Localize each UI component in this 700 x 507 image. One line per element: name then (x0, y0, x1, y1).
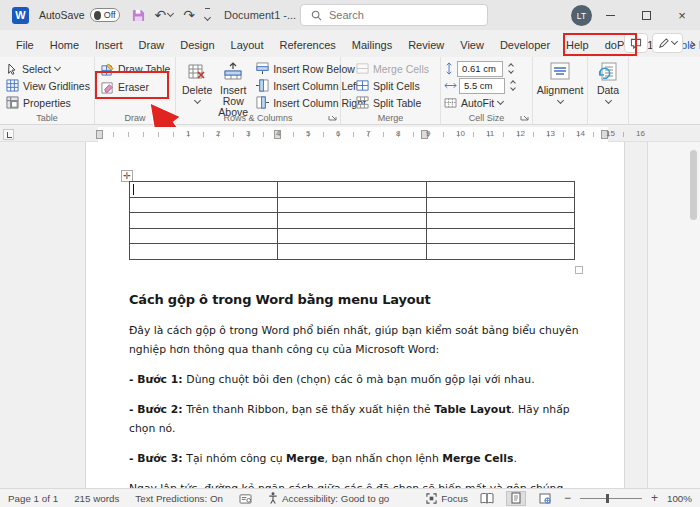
table-cell[interactable] (278, 213, 426, 229)
save-icon[interactable] (132, 9, 145, 22)
ruler-indent-marker[interactable] (96, 130, 103, 139)
ruler-number: 9 (426, 129, 430, 138)
table-cell[interactable] (426, 197, 574, 213)
editing-mode-button[interactable] (652, 33, 683, 53)
document-page[interactable]: ✛ Cách gộp ô trong Word bằng menu Layout… (85, 142, 625, 488)
print-layout-button[interactable] (506, 491, 526, 506)
share-chevron-button[interactable] (687, 37, 696, 49)
zoom-level[interactable]: 100% (667, 493, 692, 504)
doc-table[interactable] (129, 181, 575, 260)
row-height-input[interactable]: 0.61 cm (457, 61, 503, 77)
properties-button[interactable]: Properties (3, 94, 93, 111)
row-height-spinner[interactable] (505, 61, 516, 77)
tab-selector-icon[interactable] (3, 129, 14, 140)
merge-cells-button[interactable]: Merge Cells (353, 60, 432, 77)
autofit-icon (444, 97, 457, 108)
select-cursor-icon (6, 63, 18, 75)
word-app-icon: W (12, 7, 29, 24)
page-indicator[interactable]: Page 1 of 1 (8, 493, 58, 504)
search-input[interactable]: Search (300, 4, 488, 26)
tab-insert[interactable]: Insert (87, 34, 131, 57)
focus-button[interactable]: Focus (426, 493, 468, 504)
autosave-label: AutoSave (39, 9, 85, 21)
undo-button[interactable]: ↶ (155, 7, 174, 23)
zoom-in-button[interactable]: + (651, 491, 658, 505)
doc-paragraph: - Bước 2: Trên thanh Ribbon, bạn sẽ thấy… (129, 400, 585, 438)
column-width-input[interactable]: 5.5 cm (459, 78, 505, 94)
undo-dropdown-icon[interactable] (167, 10, 174, 17)
tab-references[interactable]: References (272, 34, 344, 57)
data-icon (598, 62, 618, 82)
web-layout-button[interactable] (535, 491, 555, 506)
table-cell[interactable] (130, 228, 278, 244)
cell-size-dialog-launcher[interactable] (520, 112, 530, 122)
table-cell[interactable] (426, 244, 574, 260)
insert-column-left-icon (256, 79, 269, 92)
table-cell[interactable] (426, 182, 574, 198)
insert-row-above-button[interactable]: Insert Row Above (215, 60, 251, 111)
table-cell[interactable] (278, 182, 426, 198)
word-count[interactable]: 215 words (74, 493, 119, 504)
table-cell[interactable] (130, 213, 278, 229)
autofit-button[interactable]: AutoFit (444, 94, 529, 111)
table-cell[interactable] (130, 244, 278, 260)
doc-content[interactable]: Cách gộp ô trong Word bằng menu LayoutĐâ… (129, 292, 585, 507)
zoom-slider-thumb[interactable] (606, 494, 609, 503)
alignment-button[interactable]: Alignment (534, 60, 587, 111)
tab-layout[interactable]: Layout (223, 34, 272, 57)
read-mode-button[interactable] (477, 491, 497, 506)
vertical-scrollbar[interactable] (690, 150, 697, 220)
zoom-out-button[interactable]: − (564, 491, 571, 505)
column-width-spinner[interactable] (507, 78, 518, 94)
ruler-number: 7 (366, 129, 370, 138)
title-bar: W AutoSave Off ↶ ↷ Document1 -... Search… (0, 0, 700, 30)
minimize-button[interactable] (592, 0, 628, 30)
table-cell[interactable] (278, 228, 426, 244)
comments-button[interactable] (624, 33, 648, 53)
delete-button[interactable]: Delete (179, 60, 215, 111)
tab-file[interactable]: File (8, 34, 42, 57)
tab-help[interactable]: Help (558, 34, 597, 57)
table-resize-handle[interactable] (575, 266, 583, 274)
table-cell[interactable] (130, 182, 278, 198)
maximize-icon (642, 11, 651, 20)
avatar[interactable]: LT (571, 5, 592, 26)
tab-view[interactable]: View (452, 34, 492, 57)
ruler-number: 8 (396, 129, 400, 138)
table-cell[interactable] (278, 197, 426, 213)
draw-table-button[interactable]: Draw Table (98, 60, 173, 78)
maximize-button[interactable] (628, 0, 664, 30)
view-gridlines-button[interactable]: View Gridlines (3, 77, 93, 94)
tab-home[interactable]: Home (42, 34, 87, 57)
delete-dropdown-icon (194, 97, 201, 104)
table-cell[interactable] (130, 197, 278, 213)
table-cell[interactable] (426, 213, 574, 229)
autosave-control[interactable]: AutoSave Off (39, 8, 120, 22)
split-cells-icon (356, 79, 369, 92)
ribbon-filler (629, 57, 700, 124)
horizontal-ruler[interactable]: 12345678910111213141516 (0, 127, 700, 142)
document-title: Document1 -... (224, 9, 296, 21)
table-cell[interactable] (426, 228, 574, 244)
tab-developer[interactable]: Developer (492, 34, 558, 57)
select-button[interactable]: Select (3, 60, 93, 77)
autosave-toggle[interactable]: Off (90, 8, 120, 22)
tab-design[interactable]: Design (172, 34, 222, 57)
proofing-icon[interactable] (239, 493, 252, 504)
customize-qat-button[interactable] (205, 8, 210, 22)
rows-columns-dialog-launcher[interactable] (328, 112, 338, 122)
tab-draw[interactable]: Draw (131, 34, 173, 57)
table-cell[interactable] (278, 244, 426, 260)
data-button[interactable]: Data (594, 60, 622, 111)
zoom-slider[interactable] (580, 498, 642, 499)
eraser-button[interactable]: Eraser (98, 78, 173, 96)
split-table-button[interactable]: Split Table (353, 94, 432, 111)
accessibility-status[interactable]: Accessibility: Good to go (268, 492, 389, 504)
close-button[interactable]: × (664, 0, 700, 30)
redo-button[interactable]: ↷ (183, 7, 195, 23)
text-predictions[interactable]: Text Predictions: On (135, 493, 223, 504)
ribbon-group-cell-size: 0.61 cm 5.5 cm AutoFit Cell Size (441, 57, 533, 124)
split-cells-button[interactable]: Split Cells (353, 77, 432, 94)
tab-review[interactable]: Review (400, 34, 452, 57)
tab-mailings[interactable]: Mailings (344, 34, 400, 57)
